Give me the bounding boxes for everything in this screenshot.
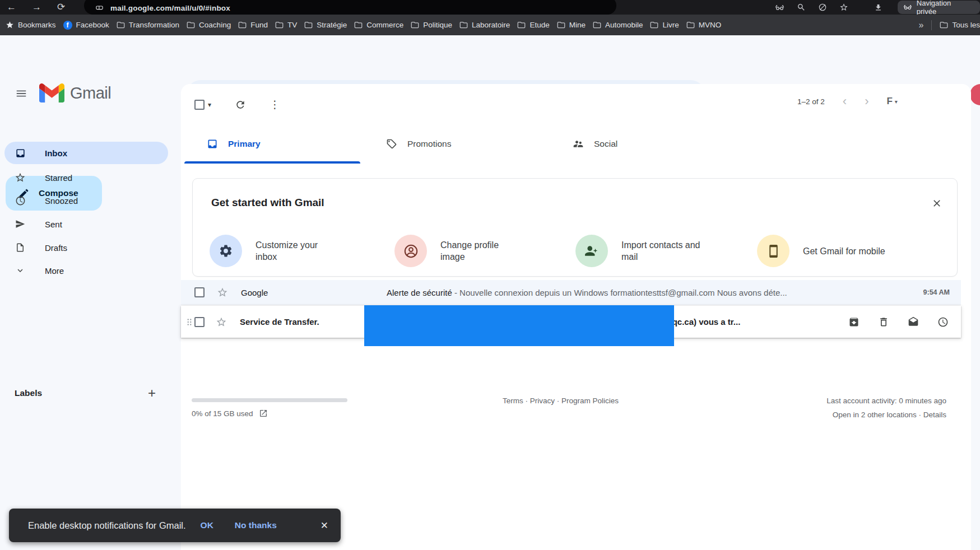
folder-icon [354, 21, 363, 29]
bookmark-item[interactable]: Politique [411, 21, 452, 29]
sidebar-item-snoozed[interactable]: Snoozed [0, 189, 164, 212]
site-info-icon[interactable] [95, 3, 104, 12]
get-started-title: Get started with Gmail [211, 197, 324, 209]
refresh-icon[interactable] [235, 99, 246, 110]
sidebar-item-sent[interactable]: Sent [0, 213, 164, 235]
notification-no-thanks-button[interactable]: No thanks [235, 520, 277, 530]
email-time: 9:54 AM [923, 288, 961, 296]
bookmark-item-bookmarks[interactable]: Bookmarks [6, 21, 56, 29]
tab-promotions[interactable]: Promotions [364, 124, 545, 164]
star-icon[interactable] [217, 287, 228, 298]
email-row-google[interactable]: Google Alerte de sécurité - Nouvelle con… [181, 280, 961, 305]
create-label-plus-icon[interactable]: + [148, 385, 156, 401]
row-checkbox[interactable] [194, 317, 205, 327]
folder-icon [686, 21, 695, 29]
bookmark-item[interactable]: Mine [557, 21, 586, 29]
inbox-icon [207, 138, 218, 150]
sidebar-item-starred[interactable]: Starred [0, 166, 164, 189]
folder-icon [459, 21, 468, 29]
notification-ok-button[interactable]: OK [201, 520, 213, 530]
bookmark-item[interactable]: Etude [517, 21, 549, 29]
bookmarks-overflow-chevron[interactable]: » [919, 20, 924, 30]
storage-label: 0% of 15 GB used [192, 409, 253, 418]
redaction-overlay [364, 305, 674, 346]
bookmark-item[interactable]: Fund [238, 21, 268, 29]
bookmark-item[interactable]: Commerce [354, 21, 403, 29]
drag-handle-icon[interactable] [184, 317, 194, 327]
url-text: mail.google.com/mail/u/0/#inbox [110, 4, 230, 12]
notification-close-icon[interactable]: ✕ [321, 520, 328, 532]
bookmarks-divider [931, 20, 932, 30]
get-started-change-profile[interactable]: Change profile image [394, 235, 524, 267]
row-hover-actions [848, 316, 961, 328]
external-link-icon[interactable] [259, 409, 268, 418]
bookmark-star-icon[interactable] [839, 3, 848, 12]
select-all-checkbox[interactable] [194, 100, 205, 110]
list-toolbar-left: ▾ ⋮ [194, 98, 281, 111]
delete-icon[interactable] [878, 316, 889, 328]
folder-icon [517, 21, 526, 29]
tag-icon [386, 138, 397, 150]
get-started-import-contacts[interactable]: Import contacts and mail [575, 235, 705, 267]
close-icon[interactable] [926, 192, 948, 215]
bookmark-item[interactable]: Coaching [187, 21, 231, 29]
bookmark-item[interactable]: Transformation [117, 21, 179, 29]
archive-icon[interactable] [848, 316, 860, 328]
labels-header: Labels + [15, 385, 164, 401]
mark-read-icon[interactable] [908, 316, 919, 328]
mail-content-card: ▾ ⋮ 1–2 of 2 ‹ › F ▾ Primary Promotions … [181, 84, 971, 550]
open-locations-details[interactable]: Open in 2 other locations · Details [833, 411, 946, 419]
incognito-icon [903, 3, 912, 12]
bookmark-item-facebook[interactable]: f Facebook [63, 21, 109, 30]
sidebar: Compose Inbox Starred Snoozed Sent Draft… [0, 84, 179, 550]
back-icon[interactable]: ← [7, 0, 16, 15]
select-dropdown-caret-icon[interactable]: ▾ [208, 101, 211, 109]
send-icon [15, 219, 26, 229]
get-started-customize-inbox[interactable]: Customize your inbox [210, 235, 340, 267]
bookmark-item[interactable]: MVNO [686, 21, 722, 29]
snooze-clock-icon[interactable] [937, 316, 949, 328]
bookmark-item[interactable]: Automobile [593, 21, 643, 29]
last-account-activity: Last account activity: 0 minutes ago [826, 397, 946, 405]
sidebar-item-inbox[interactable]: Inbox [4, 142, 168, 164]
smartphone-icon [757, 235, 789, 267]
clock-icon [15, 195, 26, 206]
folder-icon [238, 21, 247, 29]
bookmark-item[interactable]: TV [275, 21, 297, 29]
screen: ← → ⟳ mail.google.com/mail/u/0/#inbox Na… [0, 0, 980, 550]
download-icon[interactable] [874, 3, 883, 12]
row-checkbox[interactable] [194, 287, 205, 297]
profile-avatar[interactable] [970, 84, 980, 105]
older-page-chevron-icon[interactable]: › [865, 94, 868, 109]
address-bar[interactable]: mail.google.com/mail/u/0/#inbox [84, 0, 616, 15]
more-options-icon[interactable]: ⋮ [270, 98, 281, 111]
star-icon [15, 172, 26, 183]
get-started-card: Get started with Gmail Customize your in… [192, 178, 958, 277]
eye-slash-icon[interactable] [818, 3, 827, 12]
folder-icon [593, 21, 601, 29]
get-started-gmail-mobile[interactable]: Get Gmail for mobile [757, 235, 887, 267]
input-tools-selector[interactable]: F ▾ [886, 96, 897, 107]
star-icon[interactable] [216, 316, 227, 328]
folder-icon [304, 21, 313, 29]
incognito-glasses-icon[interactable] [775, 3, 784, 12]
bookmark-item[interactable]: Laboratoire [459, 21, 510, 29]
bookmark-item[interactable]: Livre [650, 21, 679, 29]
search-icon[interactable] [797, 3, 806, 12]
footer-legal-links[interactable]: Terms · Privacy · Program Policies [503, 397, 619, 405]
bookmark-item-all[interactable]: Tous les [940, 21, 980, 29]
tab-primary[interactable]: Primary [184, 124, 364, 164]
people-icon [573, 138, 584, 150]
sidebar-item-drafts[interactable]: Drafts [0, 236, 164, 259]
sidebar-item-more[interactable]: More [0, 259, 164, 282]
newer-page-chevron-icon[interactable]: ‹ [843, 94, 847, 109]
reload-icon[interactable]: ⟳ [57, 0, 65, 15]
notification-message: Enable desktop notifications for Gmail. [28, 520, 186, 531]
star-icon [6, 21, 14, 29]
tab-social[interactable]: Social [545, 124, 726, 164]
folder-icon [940, 21, 948, 29]
bookmark-item[interactable]: Stratégie [304, 21, 347, 29]
email-sender: Service de Transfer. [240, 317, 352, 327]
storage-info: 0% of 15 GB used [192, 409, 268, 418]
forward-icon[interactable]: → [32, 0, 41, 15]
